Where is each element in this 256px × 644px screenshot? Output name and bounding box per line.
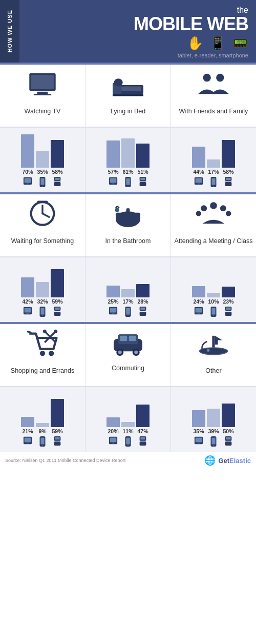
header-device-icons: ✋ 📱 📟 — [27, 35, 248, 51]
svg-point-101 — [207, 349, 209, 352]
bar-pct-1-2-1: 10% — [207, 298, 220, 305]
cell-label-2-2: Other — [205, 367, 221, 383]
cell-0-2: With Friends and Family — [171, 65, 256, 127]
svg-rect-6 — [114, 78, 123, 86]
dev-icon-2-0-1 — [36, 436, 49, 449]
cell-label-1-2: Attending a Meeting / Class — [175, 237, 253, 253]
cell-label-0-1: Lying in Bed — [111, 107, 145, 124]
footer-source: Source: Nielsen Q1 2011 Mobile Connected… — [5, 458, 125, 463]
svg-rect-1 — [31, 75, 54, 89]
bar-0-1-2 — [136, 144, 150, 168]
svg-line-43 — [42, 214, 49, 217]
cell-icon-1-1 — [110, 199, 146, 234]
dev-icon-1-1-1 — [121, 306, 135, 319]
bar-0-2-0 — [192, 147, 205, 168]
bar-1-2-1 — [207, 293, 220, 297]
ereader-icon: 📱 — [209, 35, 226, 51]
bar-pct-0-2-0: 44% — [192, 169, 205, 175]
cell-icon-0-2 — [196, 70, 231, 104]
svg-rect-120 — [140, 437, 145, 440]
header: How We Use the MOBILE WEB ✋ 📱 📟 tablet, … — [0, 0, 256, 63]
dev-icon-1-2-2 — [222, 306, 235, 319]
tablet-icon: ✋ — [187, 35, 203, 51]
bar-pct-1-1-2: 28% — [136, 298, 150, 305]
svg-point-26 — [127, 186, 129, 187]
bar-pct-2-0-2: 59% — [51, 428, 64, 434]
bar-0-2-1 — [207, 159, 220, 168]
bar-pct-0-1-2: 51% — [136, 169, 150, 175]
bar-1-0-0 — [21, 277, 34, 297]
svg-rect-32 — [196, 178, 202, 183]
sections-container: Watching TV Lying in Bed With Friends an… — [0, 63, 256, 452]
svg-rect-123 — [196, 438, 202, 442]
bar-group-0-1 — [106, 132, 150, 168]
svg-rect-124 — [197, 443, 200, 444]
svg-rect-13 — [26, 184, 29, 185]
svg-point-84 — [40, 351, 45, 356]
bar-1-0-1 — [36, 282, 49, 297]
dev-icon-1-0-1 — [36, 306, 49, 319]
svg-rect-129 — [225, 441, 232, 446]
svg-rect-81 — [225, 312, 232, 316]
svg-rect-92 — [120, 336, 127, 341]
dev-icon-1-0-2 — [51, 306, 64, 319]
cell-icon-0-0 — [25, 70, 60, 104]
bar-0-0-1 — [36, 151, 49, 168]
svg-rect-62 — [55, 308, 59, 310]
dev-icon-2-2-1 — [207, 436, 220, 449]
bar-cell-0-2: 44%17%58% — [171, 128, 256, 192]
svg-rect-58 — [40, 308, 44, 315]
dev-icon-0-0-1 — [36, 176, 49, 189]
svg-rect-75 — [196, 308, 202, 313]
svg-rect-2 — [37, 92, 48, 94]
section-1-bar-row: 42%32%59%25%17%28%24%10%23% — [0, 257, 256, 322]
svg-point-49 — [210, 202, 217, 209]
dev-icon-1-1-0 — [106, 306, 120, 319]
bar-pct-2-2-2: 50% — [222, 428, 235, 434]
cell-2-1: Commuting — [86, 324, 171, 387]
section-2-bar-row: 21%9%59%20%11%47%35%39%50% — [0, 387, 256, 452]
bar-pct-2-2-0: 35% — [192, 428, 205, 434]
svg-rect-66 — [112, 313, 114, 314]
svg-rect-29 — [140, 178, 145, 180]
cell-0-1: Lying in Bed — [86, 65, 171, 127]
svg-point-16 — [42, 186, 44, 187]
bar-pct-0-2-2: 58% — [222, 169, 235, 175]
svg-rect-46 — [116, 213, 140, 219]
cell-2-2: Other — [171, 324, 256, 387]
svg-rect-28 — [140, 182, 146, 186]
svg-rect-7 — [121, 87, 141, 91]
bar-pct-2-0-1: 9% — [36, 428, 49, 434]
footer-logo: 🌐 GetElastic — [204, 455, 251, 466]
page-wrapper: How We Use the MOBILE WEB ✋ 📱 📟 tablet, … — [0, 0, 256, 469]
bar-pct-1-1-0: 25% — [106, 298, 120, 305]
bar-2-0-0 — [21, 417, 34, 427]
header-side-label: How We Use — [0, 0, 19, 63]
bar-2-2-2 — [222, 404, 235, 427]
bar-pct-1-2-2: 23% — [222, 298, 235, 305]
bar-1-1-1 — [121, 289, 135, 297]
svg-rect-15 — [40, 178, 44, 185]
svg-rect-38 — [225, 182, 232, 186]
svg-rect-19 — [55, 178, 59, 180]
bar-group-1-1 — [106, 261, 150, 297]
header-main: the MOBILE WEB ✋ 📱 📟 tablet, e-reader, s… — [27, 5, 248, 58]
svg-point-127 — [213, 445, 215, 447]
smartphone-icon: 📟 — [232, 35, 248, 51]
bar-pct-0-0-2: 58% — [51, 169, 64, 175]
bar-pct-2-1-1: 11% — [121, 428, 135, 434]
cell-icon-2-1 — [110, 329, 146, 361]
svg-rect-113 — [110, 438, 117, 442]
header-subtitle: tablet, e-reader, smartphone — [27, 52, 248, 58]
svg-point-117 — [127, 445, 129, 447]
cell-icon-2-2 — [196, 329, 231, 364]
svg-rect-18 — [54, 182, 61, 186]
dev-icon-1-0-0 — [21, 306, 34, 319]
section-2-icon-row: Shopping and Errands Commuting Other — [0, 324, 256, 387]
getelastic-icon: 🌐 — [204, 455, 216, 466]
svg-rect-78 — [211, 308, 215, 315]
bar-pct-1-0-0: 42% — [21, 298, 34, 305]
cell-1-0: Waiting for Something — [0, 194, 86, 257]
svg-point-9 — [203, 74, 210, 82]
svg-rect-47 — [126, 208, 130, 213]
